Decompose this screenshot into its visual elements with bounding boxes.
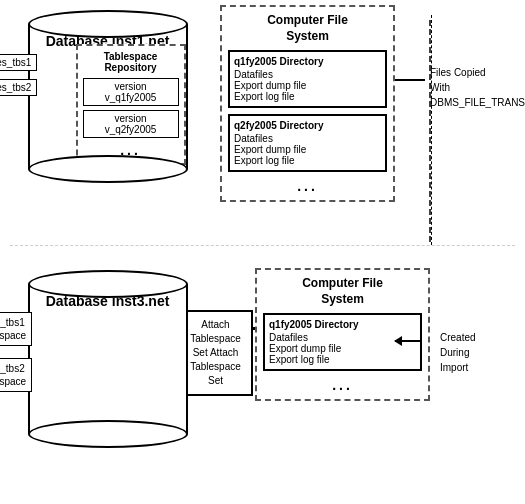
top-cfs-dots: ...	[228, 178, 387, 194]
attach-tablespace-box: Attach Tablespace Set AttachTablespaceSe…	[178, 310, 253, 396]
q1-dir-item-1: Datafiles	[234, 69, 381, 80]
q1-dir-title: q1fy2005 Directory	[234, 56, 381, 67]
bottom-cfs-panel: Computer FileSystem q1fy2005 Directory D…	[255, 268, 430, 401]
bottom-cfs-dots: ...	[263, 377, 422, 393]
q2-dir-item-1: Datafiles	[234, 133, 381, 144]
tbs-label-1: sales_tbs1	[0, 54, 37, 71]
q2-dir-title: q2fy2005 Directory	[234, 120, 381, 131]
bottom-q1-item-3: Export log file	[269, 354, 416, 365]
top-database-cylinder: Database inst1.net sales_tbs1 sales_tbs2…	[10, 10, 205, 183]
bottom-tbs-label-1: sales_tbs1 Tablespace	[0, 312, 32, 346]
bottom-q1-dir-title: q1fy2005 Directory	[269, 319, 416, 330]
bottom-tbs-label-2: sales_tbs2 Tablespace	[0, 358, 32, 392]
bottom-cfs-title: Computer FileSystem	[263, 276, 422, 307]
created-import-arrow	[395, 340, 420, 342]
q1-dir-box: q1fy2005 Directory Datafiles Export dump…	[228, 50, 387, 108]
section-divider	[10, 245, 515, 246]
tbs-label-2: sales_tbs2	[0, 79, 37, 96]
top-cfs-title: Computer FileSystem	[228, 13, 387, 44]
files-copied-label: Files CopiedWithFiles Copied With DBMS_F…	[430, 65, 520, 110]
tablespace-repo-box: Tablespace Repository version v_q1fy2005…	[76, 44, 186, 165]
repo-title: Tablespace Repository	[83, 51, 179, 73]
created-import-label: CreatedDuringImport	[440, 330, 520, 375]
q2-dir-item-2: Export dump file	[234, 144, 381, 155]
top-arrow-line	[395, 79, 425, 81]
bottom-tbs-labels: sales_tbs1 Tablespace sales_tbs2 Tablesp…	[0, 312, 32, 392]
diagram-container: Database inst1.net sales_tbs1 sales_tbs2…	[0, 0, 525, 504]
q2-dir-box: q2fy2005 Directory Datafiles Export dump…	[228, 114, 387, 172]
q2-dir-item-3: Export log file	[234, 155, 381, 166]
top-tbs-labels: sales_tbs1 sales_tbs2	[0, 54, 37, 96]
q1-dir-item-3: Export log file	[234, 91, 381, 102]
top-cfs-panel: Computer FileSystem q1fy2005 Directory D…	[220, 5, 395, 202]
right-dashed-line	[431, 15, 432, 245]
version-box-1: version v_q1fy2005	[83, 78, 179, 106]
version-box-2: version v_q2fy2005	[83, 110, 179, 138]
bottom-database-cylinder: Database inst3.net sales_tbs1 Tablespace…	[10, 270, 205, 448]
q1-dir-item-2: Export dump file	[234, 80, 381, 91]
